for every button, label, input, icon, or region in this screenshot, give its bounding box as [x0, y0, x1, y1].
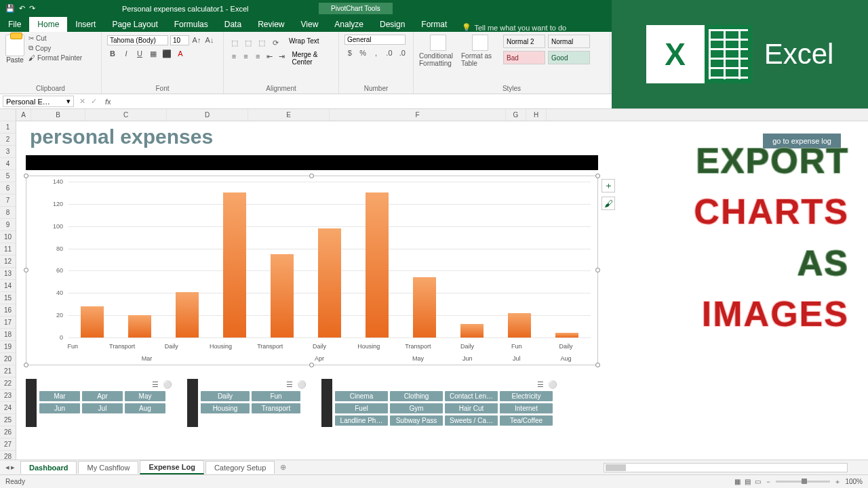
view-normal-icon[interactable]: ▦ [734, 478, 741, 485]
resize-handle[interactable] [595, 174, 600, 178]
chart-elements-button[interactable]: ＋ [601, 179, 615, 192]
horizontal-scrollbar[interactable] [604, 463, 848, 472]
tab-design[interactable]: Design [372, 17, 413, 32]
font-size-combo[interactable]: 10 [170, 35, 189, 45]
slicer-item[interactable]: Jul [82, 403, 123, 413]
align-center-icon[interactable]: ≡ [241, 51, 251, 62]
tab-scroll-left-icon[interactable]: ◂ [5, 463, 9, 472]
cancel-icon[interactable]: ✕ [77, 97, 88, 106]
new-sheet-button[interactable]: ⊕ [280, 463, 286, 472]
clear-filter-icon[interactable]: ⚪ [163, 380, 172, 389]
slicer-item[interactable]: Daily [201, 391, 250, 401]
enter-icon[interactable]: ✓ [88, 97, 100, 106]
tab-view[interactable]: View [293, 17, 327, 32]
tell-me-search[interactable]: 💡Tell me what you want to do [462, 23, 566, 32]
slicer-item[interactable]: Fuel [335, 403, 388, 413]
resize-handle[interactable] [309, 363, 314, 367]
save-icon[interactable]: 💾 [5, 4, 15, 13]
slicer-item[interactable]: Cinema [335, 391, 388, 401]
italic-button[interactable]: I [121, 48, 132, 59]
bold-button[interactable]: B [107, 48, 118, 59]
slicer-item[interactable]: Mar [39, 391, 80, 401]
tab-review[interactable]: Review [250, 17, 292, 32]
tab-formulas[interactable]: Formulas [166, 17, 216, 32]
resize-handle[interactable] [595, 268, 600, 272]
align-right-icon[interactable]: ≡ [253, 51, 262, 62]
slicer-item[interactable]: Sweets / Ca… [445, 415, 498, 426]
zoom-in-icon[interactable]: ＋ [834, 477, 841, 487]
chart-styles-button[interactable]: 🖌 [601, 197, 615, 210]
fx-icon[interactable]: fx [100, 98, 117, 106]
tab-data[interactable]: Data [216, 17, 250, 32]
cell-style[interactable]: Normal 2 [503, 35, 545, 48]
zoom-slider[interactable] [776, 481, 830, 483]
undo-icon[interactable]: ↶ [19, 4, 25, 13]
number-format-combo[interactable]: General [344, 35, 406, 45]
slicer-item[interactable]: Electricity [500, 391, 553, 401]
slicer-item[interactable]: Transport [252, 403, 300, 413]
sheet-tab-dashboard[interactable]: Dashboard [20, 461, 77, 474]
tab-home[interactable]: Home [29, 17, 67, 32]
increase-decimal-icon[interactable]: .0 [384, 47, 394, 58]
fill-color-button[interactable]: ⬛ [161, 48, 172, 59]
row-headers[interactable]: 1234567891011121314151617181920212223242… [0, 109, 16, 471]
decrease-font-icon[interactable]: A↓ [204, 35, 215, 45]
resize-handle[interactable] [24, 174, 28, 178]
slicer-item[interactable]: Internet [500, 403, 553, 413]
indent-inc-icon[interactable]: ⇥ [277, 51, 287, 62]
indent-dec-icon[interactable]: ⇤ [265, 51, 275, 62]
slicer-subcategory[interactable]: ☰⚪ CinemaClothingContact Len…Electricity… [321, 379, 560, 427]
tab-analyze[interactable]: Analyze [326, 17, 372, 32]
slicer-item[interactable]: Landline Ph… [335, 415, 388, 426]
slicer-item[interactable]: Subway Pass [390, 415, 443, 426]
comma-icon[interactable]: , [371, 47, 381, 58]
font-name-combo[interactable]: Tahoma (Body) [107, 35, 168, 45]
slicer-item[interactable]: Contact Len… [445, 391, 498, 401]
wrap-text-button[interactable]: Wrap Text [289, 37, 319, 48]
slicer-item[interactable]: Aug [125, 403, 165, 413]
zoom-out-icon[interactable]: － [765, 477, 772, 487]
resize-handle[interactable] [595, 363, 600, 367]
cell-style[interactable]: Normal [548, 35, 590, 48]
tab-file[interactable]: File [0, 17, 29, 32]
slicer-category[interactable]: ☰⚪ DailyFunHousingTransport [187, 379, 309, 427]
resize-handle[interactable] [24, 363, 28, 367]
slicer-item[interactable]: Jun [39, 403, 80, 413]
name-box[interactable]: Personal E…▾ [3, 96, 74, 107]
merge-center-button[interactable]: Merge & Center [292, 51, 333, 66]
redo-icon[interactable]: ↷ [29, 4, 35, 13]
tab-insert[interactable]: Insert [67, 17, 104, 32]
slicer-month[interactable]: ☰⚪ MarAprMayJunJulAug [26, 379, 175, 427]
multiselect-icon[interactable]: ☰ [286, 380, 293, 389]
resize-handle[interactable] [309, 174, 314, 178]
underline-button[interactable]: U [134, 48, 145, 59]
clear-filter-icon[interactable]: ⚪ [297, 380, 307, 389]
cut-button[interactable]: ✂Cut [28, 35, 82, 42]
tab-format[interactable]: Format [413, 17, 455, 32]
tab-scroll-right-icon[interactable]: ▸ [11, 463, 15, 472]
slicer-item[interactable]: Fun [252, 391, 300, 401]
cell-style[interactable]: Good [548, 51, 590, 64]
align-middle-icon[interactable]: ⬚ [243, 37, 254, 48]
slicer-item[interactable]: May [125, 391, 165, 401]
conditional-formatting-button[interactable]: Conditional Formatting [419, 35, 457, 67]
slicer-item[interactable]: Tea/Coffee [500, 415, 553, 426]
tab-page-layout[interactable]: Page Layout [104, 17, 165, 32]
align-top-icon[interactable]: ⬚ [229, 37, 240, 48]
multiselect-icon[interactable]: ☰ [537, 380, 544, 389]
slicer-item[interactable]: Housing [201, 403, 250, 413]
align-bottom-icon[interactable]: ⬚ [256, 37, 267, 48]
orientation-icon[interactable]: ⟳ [270, 37, 281, 48]
pivot-chart[interactable]: 020406080100120140 FunTransportDailyHous… [26, 176, 598, 365]
align-left-icon[interactable]: ≡ [229, 51, 239, 62]
column-headers[interactable]: ABCDEFGH [16, 109, 868, 121]
sheet-tab-category-setup[interactable]: Category Setup [205, 461, 275, 474]
resize-handle[interactable] [24, 268, 28, 272]
slicer-item[interactable]: Gym [390, 403, 443, 413]
slicer-item[interactable]: Clothing [390, 391, 443, 401]
format-painter-button[interactable]: 🖌Format Painter [28, 54, 82, 62]
font-color-button[interactable]: A [175, 48, 186, 59]
multiselect-icon[interactable]: ☰ [152, 380, 159, 389]
format-as-table-button[interactable]: Format as Table [461, 35, 499, 67]
view-break-icon[interactable]: ▭ [755, 478, 761, 485]
